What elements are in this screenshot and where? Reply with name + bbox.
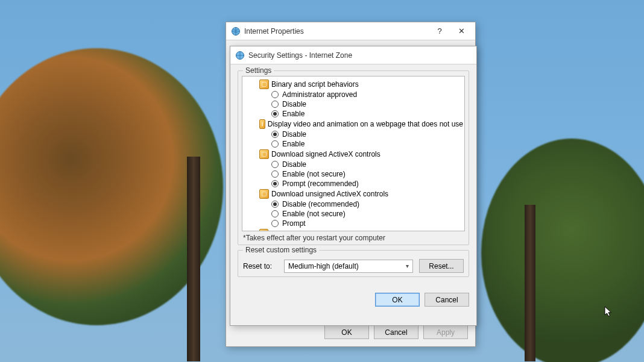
option-label: Disable: [282, 100, 306, 108]
radio-icon[interactable]: [271, 180, 279, 187]
reset-level-combobox[interactable]: Medium-high (default) ▾: [284, 260, 413, 273]
option-label: Enable: [282, 140, 305, 148]
settings-option[interactable]: Prompt: [271, 219, 463, 228]
category-label: Display video and animation on a webpage…: [268, 120, 463, 128]
settings-option[interactable]: Disable: [271, 160, 463, 169]
parent-apply-button: Apply: [423, 325, 468, 339]
option-label: Administrator approved: [282, 90, 357, 99]
option-label: Enable (not secure): [282, 170, 346, 178]
child-window-title: Security Settings - Internet Zone: [248, 51, 472, 60]
settings-legend: Settings: [243, 66, 274, 75]
parent-ok-button[interactable]: OK: [324, 325, 369, 339]
radio-icon[interactable]: [271, 161, 279, 168]
settings-tree-scroll[interactable]: Binary and script behaviorsAdministrator…: [242, 76, 464, 231]
reset-to-label: Reset to:: [243, 262, 278, 270]
settings-category: Binary and script behaviors: [259, 79, 463, 90]
radio-icon[interactable]: [271, 170, 279, 178]
internet-options-icon: [231, 27, 241, 36]
option-label: Enable (not secure): [282, 210, 346, 218]
settings-option[interactable]: Enable (not secure): [271, 209, 463, 219]
settings-category: Initialize and script ActiveX controls n…: [259, 228, 463, 231]
background-foliage-right: [481, 139, 644, 362]
radio-icon[interactable]: [271, 220, 279, 227]
child-dialog-buttons: OK Cancel: [230, 287, 476, 314]
category-label: Download unsigned ActiveX controls: [271, 190, 388, 198]
child-titlebar[interactable]: Security Settings - Internet Zone: [230, 46, 476, 64]
settings-option[interactable]: Disable: [271, 99, 463, 109]
restart-note: *Takes effect after you restart your com…: [242, 231, 465, 242]
radio-icon[interactable]: [271, 210, 279, 217]
settings-category: Download unsigned ActiveX controls: [259, 189, 463, 199]
close-button[interactable]: ✕: [452, 25, 470, 38]
reset-group: Reset custom settings Reset to: Medium-h…: [238, 250, 469, 277]
mouse-cursor-icon: [604, 306, 614, 318]
category-label: Binary and script behaviors: [271, 80, 359, 89]
chevron-down-icon: ▾: [406, 263, 409, 269]
settings-option[interactable]: Enable: [271, 109, 463, 119]
option-label: Enable: [282, 110, 305, 118]
settings-option[interactable]: Enable (not secure): [271, 169, 463, 179]
parent-titlebar[interactable]: Internet Properties ? ✕: [226, 22, 475, 40]
category-icon: [259, 119, 265, 129]
radio-icon[interactable]: [271, 91, 279, 98]
settings-option[interactable]: Enable: [271, 139, 463, 149]
help-button[interactable]: ?: [431, 25, 449, 38]
option-label: Disable: [282, 130, 306, 139]
settings-option[interactable]: Disable: [271, 130, 463, 139]
internet-options-icon: [235, 51, 245, 60]
settings-option[interactable]: Disable (recommended): [271, 199, 463, 209]
reset-legend: Reset custom settings: [243, 246, 319, 254]
parent-cancel-button[interactable]: Cancel: [374, 325, 418, 339]
settings-category: Download signed ActiveX controls: [259, 149, 463, 160]
category-icon: [259, 229, 268, 231]
background-trunk: [187, 157, 200, 361]
radio-icon[interactable]: [271, 101, 279, 108]
radio-icon[interactable]: [271, 140, 279, 148]
settings-option[interactable]: Prompt (recommended): [271, 179, 463, 189]
parent-window-title: Internet Properties: [244, 27, 427, 36]
category-label: Download signed ActiveX controls: [271, 150, 380, 158]
reset-level-value: Medium-high (default): [288, 262, 359, 270]
cancel-button[interactable]: Cancel: [425, 293, 469, 307]
settings-tree-pane: Binary and script behaviorsAdministrator…: [242, 76, 465, 231]
option-label: Disable (recommended): [282, 200, 359, 208]
radio-icon[interactable]: [271, 131, 279, 138]
settings-group: Settings Binary and script behaviorsAdmi…: [238, 70, 469, 245]
ok-button[interactable]: OK: [375, 293, 420, 307]
category-label: Initialize and script ActiveX controls n…: [271, 229, 463, 231]
reset-button[interactable]: Reset...: [419, 259, 464, 273]
settings-category: Display video and animation on a webpage…: [259, 119, 463, 130]
option-label: Prompt: [282, 219, 306, 228]
category-icon: [259, 80, 269, 89]
category-icon: [259, 189, 269, 199]
option-label: Disable: [282, 160, 306, 169]
radio-icon[interactable]: [271, 201, 279, 208]
category-icon: [259, 149, 269, 159]
radio-icon[interactable]: [271, 110, 279, 117]
settings-option[interactable]: Administrator approved: [271, 90, 463, 99]
background-trunk: [525, 205, 535, 361]
option-label: Prompt (recommended): [282, 179, 359, 188]
security-settings-dialog: Security Settings - Internet Zone Settin…: [230, 46, 477, 326]
